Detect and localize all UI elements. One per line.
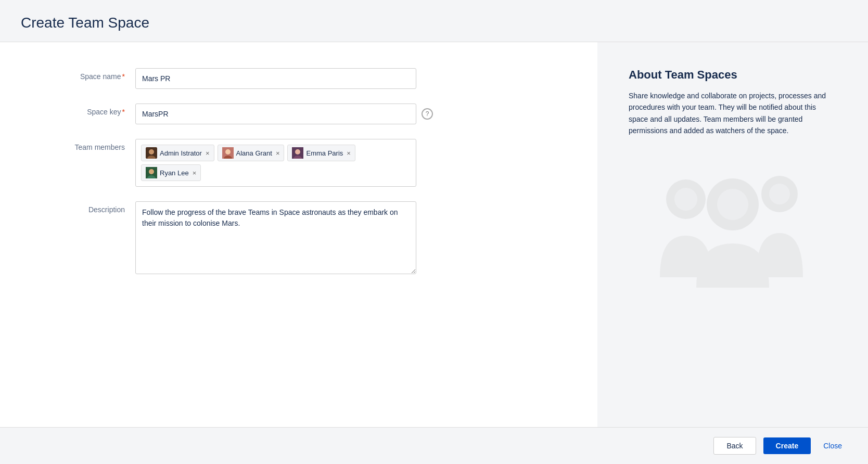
svg-point-4	[225, 149, 231, 154]
svg-point-10	[149, 169, 154, 174]
team-members-row: Team members Admin Istrator ×	[52, 139, 566, 187]
space-name-label: Space name*	[52, 68, 135, 81]
team-members-label: Team members	[52, 139, 135, 151]
create-button[interactable]: Create	[763, 437, 811, 454]
member-remove-ryan[interactable]: ×	[193, 169, 197, 177]
help-icon[interactable]: ?	[422, 108, 433, 120]
member-tag-alana: Alana Grant ×	[218, 145, 285, 161]
page-header: Create Team Space	[0, 0, 868, 42]
team-illustration-svg	[644, 152, 821, 288]
page-title: Create Team Space	[21, 15, 847, 31]
description-textarea[interactable]: Follow the progress of the brave Teams i…	[135, 201, 416, 274]
avatar-admin	[146, 147, 157, 159]
about-text: Share knowledge and collaborate on proje…	[629, 90, 837, 137]
space-name-input[interactable]	[135, 68, 416, 89]
member-tag-emma: Emma Paris ×	[287, 145, 355, 161]
member-tag-admin: Admin Istrator ×	[141, 145, 214, 161]
member-name-emma: Emma Paris	[306, 149, 343, 157]
avatar-emma	[292, 147, 303, 159]
space-key-wrapper: ?	[135, 104, 433, 124]
member-name-admin: Admin Istrator	[160, 149, 202, 157]
avatar-ryan	[146, 167, 157, 178]
member-tag-ryan: Ryan Lee ×	[141, 164, 201, 181]
about-title: About Team Spaces	[629, 68, 837, 82]
member-remove-admin[interactable]: ×	[206, 149, 210, 157]
sidebar-section: About Team Spaces Share knowledge and co…	[597, 42, 868, 427]
team-members-box[interactable]: Admin Istrator × Alana Grant ×	[135, 139, 416, 187]
page-footer: Back Create Close	[0, 427, 868, 464]
svg-point-7	[295, 149, 300, 154]
space-key-row: Space key* ?	[52, 104, 566, 124]
member-remove-alana[interactable]: ×	[276, 149, 280, 157]
form-section: Space name* Space key* ? Team members	[0, 42, 597, 427]
space-key-input[interactable]	[135, 104, 416, 124]
space-key-label: Space key*	[52, 104, 135, 116]
svg-point-15	[769, 184, 790, 204]
required-indicator-key: *	[122, 108, 125, 116]
svg-point-1	[149, 149, 154, 154]
description-row: Description Follow the progress of the b…	[52, 201, 566, 274]
back-button[interactable]: Back	[713, 437, 756, 455]
description-label: Description	[52, 201, 135, 214]
svg-point-17	[717, 189, 748, 220]
required-indicator: *	[122, 72, 125, 81]
page-body: Space name* Space key* ? Team members	[0, 42, 868, 427]
team-illustration	[629, 152, 837, 288]
member-name-ryan: Ryan Lee	[160, 169, 189, 177]
member-remove-emma[interactable]: ×	[347, 149, 351, 157]
svg-point-13	[674, 188, 697, 211]
close-button[interactable]: Close	[818, 437, 847, 454]
space-name-row: Space name*	[52, 68, 566, 89]
avatar-alana	[222, 147, 234, 159]
member-name-alana: Alana Grant	[236, 149, 272, 157]
